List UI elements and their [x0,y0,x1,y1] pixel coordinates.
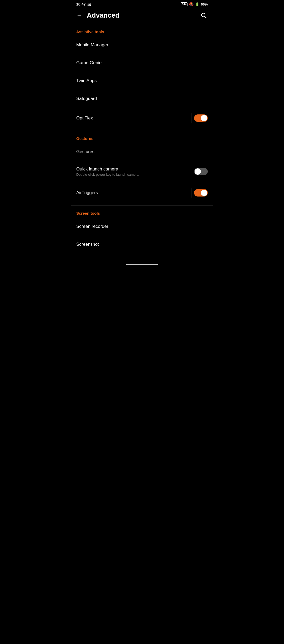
menu-item-label-airtriggers: AirTriggers [76,190,191,195]
search-icon [200,12,207,18]
vertical-divider [191,188,191,198]
menu-item-content-screen-recorder: Screen recorder [76,224,208,229]
menu-item-right-optiflex [191,113,208,123]
page-title: Advanced [87,11,199,19]
section-gestures: GesturesGesturesQuick launch cameraDoubl… [71,131,213,205]
menu-item-quick-launch-camera[interactable]: Quick launch cameraDouble-click power ke… [71,161,213,182]
mute-icon: 🔕 [189,2,194,6]
menu-item-label-screenshot: Screenshot [76,242,208,247]
battery-icon: 🔋 [195,2,199,6]
status-photo-icon: 🖼 [87,2,91,6]
status-bar: 10:47 🖼 144 🔕 🔋 66% [71,0,213,7]
menu-item-airtriggers[interactable]: AirTriggers [71,182,213,203]
menu-item-label-twin-apps: Twin Apps [76,78,208,83]
menu-item-content-airtriggers: AirTriggers [76,190,191,195]
status-time: 10:47 [76,2,86,6]
menu-item-label-game-genie: Game Genie [76,60,208,66]
menu-item-gestures[interactable]: Gestures [71,143,213,161]
toggle-quick-launch-camera[interactable] [194,168,208,175]
refresh-rate-icon: 144 [181,2,187,6]
menu-item-content-gestures: Gestures [76,149,208,154]
menu-item-label-optiflex: OptiFlex [76,115,191,121]
menu-item-mobile-manager[interactable]: Mobile Manager [71,36,213,54]
menu-item-content-mobile-manager: Mobile Manager [76,42,208,48]
menu-item-screenshot[interactable]: Screenshot [71,235,213,253]
menu-item-twin-apps[interactable]: Twin Apps [71,72,213,90]
section-screen-tools: Screen toolsScreen recorderScreenshot [71,206,213,255]
battery-percent: 66% [201,2,208,6]
back-button[interactable]: ← [75,11,84,20]
toggle-knob-quick-launch-camera [195,168,201,175]
toggle-knob-airtriggers [201,190,207,196]
menu-item-label-screen-recorder: Screen recorder [76,224,208,229]
section-header-gestures: Gestures [71,131,213,143]
menu-item-content-quick-launch-camera: Quick launch cameraDouble-click power ke… [76,167,194,177]
home-indicator [71,261,213,267]
menu-item-label-gestures: Gestures [76,149,208,154]
menu-item-label-mobile-manager: Mobile Manager [76,42,208,48]
menu-item-right-quick-launch-camera [194,168,208,175]
menu-item-content-game-genie: Game Genie [76,60,208,66]
search-button[interactable] [199,11,208,19]
menu-item-right-airtriggers [191,188,208,198]
section-header-assistive-tools: Assistive tools [71,24,213,36]
status-right: 144 🔕 🔋 66% [181,2,208,6]
section-header-screen-tools: Screen tools [71,206,213,218]
section-assistive-tools: Assistive toolsMobile ManagerGame GenieT… [71,24,213,131]
toggle-airtriggers[interactable] [194,189,208,197]
vertical-divider [191,113,191,123]
menu-item-content-twin-apps: Twin Apps [76,78,208,83]
menu-item-optiflex[interactable]: OptiFlex [71,108,213,129]
menu-item-safeguard[interactable]: Safeguard [71,90,213,108]
menu-item-screen-recorder[interactable]: Screen recorder [71,218,213,235]
menu-item-game-genie[interactable]: Game Genie [71,54,213,72]
menu-item-label-safeguard: Safeguard [76,96,208,101]
menu-item-sublabel-quick-launch-camera: Double-click power key to launch camera [76,173,194,177]
home-bar [126,264,158,265]
menu-item-content-screenshot: Screenshot [76,242,208,247]
menu-item-content-optiflex: OptiFlex [76,115,191,121]
sections-container: Assistive toolsMobile ManagerGame GenieT… [71,24,213,255]
top-bar: ← Advanced [71,7,213,24]
toggle-optiflex[interactable] [194,114,208,122]
toggle-knob-optiflex [201,115,207,121]
status-left: 10:47 🖼 [76,2,91,6]
svg-line-1 [205,17,206,18]
menu-item-label-quick-launch-camera: Quick launch camera [76,167,194,172]
menu-item-content-safeguard: Safeguard [76,96,208,101]
back-arrow-icon: ← [76,12,83,19]
